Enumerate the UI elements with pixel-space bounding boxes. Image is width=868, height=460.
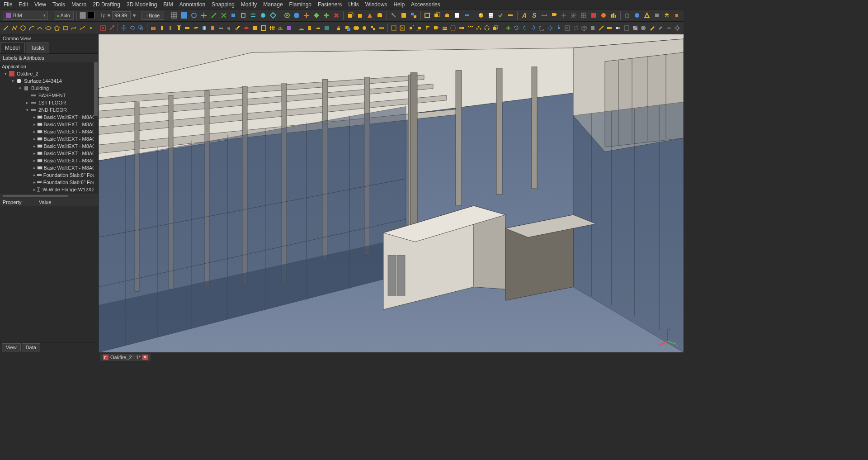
- remove-icon[interactable]: [332, 11, 340, 20]
- dropdown-icon[interactable]: [132, 13, 136, 18]
- panel-icon[interactable]: [252, 24, 259, 33]
- offset-icon[interactable]: [137, 24, 144, 33]
- wp-button[interactable]: ▪None: [142, 11, 164, 20]
- tree-wall[interactable]: ▸Basic Wall:EXT - M8A0F: [0, 128, 98, 135]
- menu-fasteners[interactable]: Fasteners: [318, 1, 342, 8]
- snap-endpoint-icon[interactable]: [180, 11, 188, 20]
- library-icon[interactable]: [286, 24, 292, 33]
- face-color[interactable]: [80, 12, 86, 19]
- section-icon[interactable]: [590, 11, 598, 20]
- building-icon[interactable]: [307, 24, 313, 33]
- sched-icon[interactable]: [487, 11, 495, 20]
- draft2sketch-icon[interactable]: [391, 24, 397, 33]
- wall-icon[interactable]: [150, 24, 157, 33]
- snap-intersect-icon[interactable]: [220, 11, 228, 20]
- compound-icon[interactable]: [370, 24, 377, 33]
- assembly-icon[interactable]: [410, 11, 418, 20]
- dropdown-icon[interactable]: [107, 13, 110, 18]
- page-icon[interactable]: [453, 11, 461, 20]
- slab-icon[interactable]: [193, 24, 199, 33]
- cyl-icon[interactable]: [376, 11, 384, 20]
- tree-slab[interactable]: ▸Foundation Slab:6" Foun: [0, 179, 98, 186]
- site-icon[interactable]: [298, 24, 305, 33]
- tree-project[interactable]: ▾Oakfire_2: [0, 70, 98, 77]
- box-icon[interactable]: [346, 11, 354, 20]
- survey-icon[interactable]: [643, 11, 651, 20]
- snap-wp-icon[interactable]: [302, 11, 311, 20]
- snap-dim-icon[interactable]: [312, 11, 321, 20]
- pipe-icon[interactable]: [218, 24, 225, 33]
- polar-array-icon[interactable]: [484, 24, 491, 33]
- box2-icon[interactable]: [356, 11, 364, 20]
- snap-angle-icon[interactable]: [210, 11, 218, 20]
- view-fit-icon[interactable]: [564, 24, 571, 33]
- material-icon[interactable]: [477, 11, 485, 20]
- sketch-icon[interactable]: [100, 24, 107, 33]
- units-icon[interactable]: [506, 11, 514, 20]
- window-icon[interactable]: [201, 24, 208, 33]
- color-icon[interactable]: [640, 24, 647, 33]
- transform-icon[interactable]: [547, 24, 554, 33]
- arc-icon[interactable]: [28, 24, 35, 33]
- meshify-icon[interactable]: [399, 24, 406, 33]
- doc-tab-oakfire[interactable]: F Oakfire_2 : 1* ✕: [100, 354, 151, 361]
- wall-join-icon[interactable]: [458, 24, 465, 33]
- nudge-icon[interactable]: [673, 11, 681, 20]
- tree-view[interactable]: Application ▾Oakfire_2 ▾Surface:1443414 …: [0, 62, 98, 194]
- snap-par-icon[interactable]: [249, 11, 257, 20]
- axis-grid-icon[interactable]: [580, 11, 588, 20]
- draw-icon[interactable]: [649, 24, 656, 33]
- toggle-icon[interactable]: [615, 24, 622, 33]
- clone-icon[interactable]: [433, 11, 441, 20]
- comp-icon[interactable]: [424, 11, 432, 20]
- rotate-icon[interactable]: [129, 24, 136, 33]
- plus-icon[interactable]: [505, 24, 511, 33]
- undo-icon[interactable]: [522, 24, 528, 33]
- menu-manage[interactable]: Manage: [263, 1, 283, 8]
- menu-flamingo[interactable]: Flamingo: [289, 1, 311, 8]
- stairs-icon[interactable]: [235, 24, 241, 33]
- snap-perp-icon[interactable]: [230, 11, 238, 20]
- tab-model[interactable]: Model: [0, 43, 25, 53]
- auto-button[interactable]: ▸Auto: [54, 11, 74, 20]
- part-icon[interactable]: [400, 11, 408, 20]
- menu-help[interactable]: Help: [393, 1, 405, 8]
- extrude-icon[interactable]: [336, 24, 343, 33]
- cut-icon[interactable]: [344, 24, 351, 33]
- tag-icon[interactable]: [433, 24, 440, 33]
- close-tab-icon[interactable]: ✕: [142, 355, 148, 360]
- 3d-viewport[interactable]: Z X Y: [99, 34, 684, 352]
- tree-wall[interactable]: ▸Basic Wall:EXT - M8A0F: [0, 135, 98, 142]
- component-icon[interactable]: [599, 11, 608, 20]
- minus-icon[interactable]: [665, 24, 672, 33]
- axis-icon[interactable]: [560, 11, 568, 20]
- prop-tab-view[interactable]: View: [2, 343, 21, 351]
- frame-icon[interactable]: [260, 24, 267, 33]
- axis-gizmo[interactable]: Z X Y: [656, 325, 679, 348]
- wire-icon[interactable]: [11, 24, 18, 33]
- line-color[interactable]: [88, 12, 94, 19]
- menu-view[interactable]: View: [34, 1, 46, 8]
- bimserver-icon[interactable]: [653, 11, 661, 20]
- menu-edit[interactable]: Edit: [19, 1, 28, 8]
- prism-icon[interactable]: [366, 11, 374, 20]
- sketch-edit-icon[interactable]: [108, 24, 115, 33]
- menu-bim[interactable]: BIM: [163, 1, 173, 8]
- snap-near-icon[interactable]: [269, 11, 277, 20]
- gear-icon[interactable]: [674, 24, 681, 33]
- workbench-selector[interactable]: BIM: [3, 11, 48, 20]
- common-icon[interactable]: [361, 24, 368, 33]
- menu-accessories[interactable]: Accessories: [411, 1, 440, 8]
- door-icon[interactable]: [209, 24, 216, 33]
- tab-tasks[interactable]: Tasks: [26, 43, 50, 53]
- flag-icon[interactable]: [425, 24, 431, 33]
- tree-slab[interactable]: ▸Foundation Slab:6" Foun: [0, 171, 98, 179]
- tree-surface[interactable]: ▾Surface:1443414: [0, 77, 98, 85]
- layers-icon[interactable]: [663, 11, 671, 20]
- tree-scrollbar[interactable]: [94, 62, 98, 194]
- tree-wall[interactable]: ▸Basic Wall:EXT - M8A0F: [0, 150, 98, 157]
- struct-icon[interactable]: [159, 24, 165, 33]
- truss-icon[interactable]: [277, 24, 284, 33]
- point-icon[interactable]: [87, 24, 94, 33]
- pipe-conn-icon[interactable]: [226, 24, 233, 33]
